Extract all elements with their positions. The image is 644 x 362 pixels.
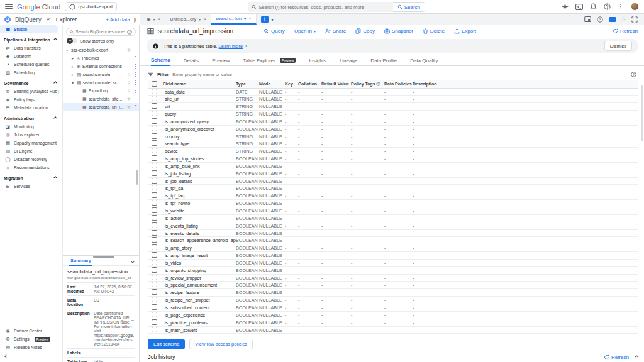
- row-checkbox[interactable]: [152, 126, 157, 131]
- sidebar-item-partner-center[interactable]: ◉Partner Center: [0, 327, 62, 335]
- help-panel-icon[interactable]: [597, 16, 603, 23]
- collapse-panel-icon[interactable]: |⟨: [134, 17, 136, 23]
- menu-icon[interactable]: [5, 4, 13, 9]
- row-checkbox[interactable]: [152, 267, 157, 273]
- add-data-button[interactable]: + Add data: [106, 17, 130, 23]
- delete-button[interactable]: Delete: [423, 28, 445, 34]
- learn-more-link[interactable]: Learn more: [219, 43, 243, 49]
- row-checkbox[interactable]: [152, 237, 157, 243]
- tab-data-quality[interactable]: Data Quality: [410, 55, 438, 66]
- dismiss-button[interactable]: Dismiss: [604, 41, 632, 51]
- tab-data-profile[interactable]: Data Profile: [370, 55, 397, 66]
- nav-section-header[interactable]: Pipelines & Integration: [0, 35, 62, 44]
- row-checkbox[interactable]: [152, 297, 157, 302]
- chevron-down-icon[interactable]: ▾: [244, 16, 246, 21]
- star-icon[interactable]: ☆: [127, 97, 131, 102]
- star-icon[interactable]: [130, 56, 131, 60]
- more-menu-icon[interactable]: ⋮: [133, 55, 137, 61]
- chevron-down-icon[interactable]: ▾: [70, 80, 75, 85]
- tab-table-explorer[interactable]: Table ExplorerPreview: [243, 55, 296, 66]
- tab-summary[interactable]: Summary: [69, 256, 92, 266]
- code-editor-icon[interactable]: [584, 16, 591, 23]
- sidebar-item-scheduled-queries[interactable]: ◔Scheduled queries: [0, 60, 62, 69]
- cloud-shell-icon[interactable]: [575, 3, 583, 11]
- row-checkbox[interactable]: [152, 170, 157, 176]
- row-checkbox[interactable]: [152, 244, 157, 250]
- row-checkbox[interactable]: [152, 155, 157, 161]
- tree-item[interactable]: ▾ssz-gsc-bulk-export☆⋮: [63, 46, 139, 54]
- sidebar-item-dataform[interactable]: ◆Dataform: [0, 52, 62, 60]
- star-icon[interactable]: ☆: [127, 80, 131, 85]
- more-menu-icon[interactable]: ⋮: [133, 96, 137, 102]
- close-icon[interactable]: ×: [203, 16, 206, 22]
- help-icon[interactable]: [631, 72, 636, 77]
- chevron-right-icon[interactable]: ▸: [70, 56, 75, 60]
- sidebar-item-recommendations[interactable]: ☼Recommendations: [0, 163, 62, 172]
- row-checkbox[interactable]: [152, 192, 157, 198]
- copy-button[interactable]: Copy: [355, 28, 375, 34]
- tab-preview[interactable]: Preview: [212, 55, 230, 66]
- pin-icon[interactable]: [45, 17, 51, 23]
- sidebar-item-policy-tags[interactable]: ◈Policy tags: [0, 96, 62, 104]
- open-in-button[interactable]: Open in▾: [294, 28, 316, 34]
- tab-insights[interactable]: Insights: [309, 55, 326, 66]
- share-button[interactable]: Share: [325, 28, 346, 34]
- edit-schema-button[interactable]: Edit schema: [148, 339, 185, 349]
- more-menu-icon[interactable]: ⋮: [133, 63, 137, 69]
- editor-tab[interactable]: Untitled...ery▾×: [165, 14, 211, 25]
- nav-section-header[interactable]: Governance: [0, 79, 62, 87]
- new-tab-button[interactable]: +: [261, 16, 269, 23]
- row-checkbox[interactable]: [152, 319, 157, 325]
- more-menu-icon[interactable]: ⋮: [133, 104, 137, 110]
- global-search-box[interactable]: [248, 2, 393, 12]
- help-icon[interactable]: [127, 30, 132, 35]
- row-checkbox[interactable]: [152, 275, 157, 280]
- sidebar-item-services[interactable]: ⊞Services: [0, 182, 62, 190]
- nav-section-header[interactable]: Migration: [0, 173, 62, 182]
- chevron-down-icon[interactable]: ▾: [153, 17, 155, 21]
- sidebar-item-release-notes[interactable]: ▤Release Notes: [0, 343, 62, 351]
- row-checkbox[interactable]: [152, 260, 157, 265]
- gemini-toggle-icon[interactable]: [609, 17, 616, 22]
- sidebar-item-data-transfers[interactable]: ⇄Data transfers: [0, 44, 62, 52]
- tab-list-caret-icon[interactable]: ▾: [272, 18, 274, 22]
- explorer-search-input[interactable]: [75, 30, 125, 34]
- sidebar-item-jobs-explorer[interactable]: ◎Jobs explorer: [0, 131, 62, 139]
- star-icon[interactable]: ☆: [127, 48, 131, 53]
- chevron-down-icon[interactable]: ▾: [65, 48, 69, 52]
- sidebar-item-monitoring[interactable]: ◪Monitoring: [0, 123, 62, 131]
- row-checkbox[interactable]: [152, 304, 157, 310]
- tree-item[interactable]: ▸▤searchconsole☆⋮: [63, 70, 139, 79]
- explorer-scrollbar[interactable]: [136, 170, 138, 185]
- tree-item[interactable]: ▾▤searchconsole_sc☆⋮: [63, 79, 139, 87]
- refresh-button[interactable]: Refresh: [613, 28, 638, 34]
- tree-item[interactable]: ▦ExportLog☆⋮: [63, 87, 139, 95]
- tab-schema[interactable]: Schema: [151, 55, 170, 66]
- sidebar-item-sharing-analytics-hub-[interactable]: ⊗Sharing (Analytics Hub): [0, 87, 62, 96]
- select-all-checkbox[interactable]: [152, 81, 157, 87]
- sidebar-item-settings[interactable]: ⚙SettingsPreview: [0, 335, 62, 343]
- row-checkbox[interactable]: [152, 178, 157, 184]
- query-button[interactable]: Query: [264, 28, 285, 34]
- sidebar-item-capacity-management[interactable]: ▦Capacity management: [0, 139, 62, 147]
- row-checkbox[interactable]: [152, 327, 157, 332]
- more-menu-icon[interactable]: ⋮: [133, 88, 137, 94]
- row-checkbox[interactable]: [152, 282, 157, 287]
- tree-item[interactable]: ▦searchdata_site...☆⋮: [63, 95, 139, 103]
- summary-collapse-icon[interactable]: [131, 260, 135, 263]
- row-checkbox[interactable]: [152, 230, 157, 236]
- help-icon[interactable]: [604, 3, 611, 10]
- row-checkbox[interactable]: [152, 118, 157, 124]
- more-menu-icon[interactable]: ⋮: [133, 47, 137, 53]
- more-menu-icon[interactable]: ⋮: [133, 72, 137, 77]
- summary-hscrollbar[interactable]: [93, 256, 114, 258]
- row-checkbox[interactable]: [152, 89, 157, 94]
- chevron-down-icon[interactable]: ▾: [199, 17, 201, 21]
- row-checkbox[interactable]: [152, 133, 157, 139]
- editor-version-caret-icon[interactable]: ⧸▾: [622, 17, 626, 22]
- starred-only-toggle[interactable]: −: [67, 38, 77, 43]
- editor-tab[interactable]: ◉▾×: [142, 14, 165, 25]
- tab-details[interactable]: Details: [184, 55, 199, 66]
- sidebar-item-scheduling[interactable]: ▥Scheduling: [0, 69, 62, 77]
- row-checkbox[interactable]: [152, 207, 157, 213]
